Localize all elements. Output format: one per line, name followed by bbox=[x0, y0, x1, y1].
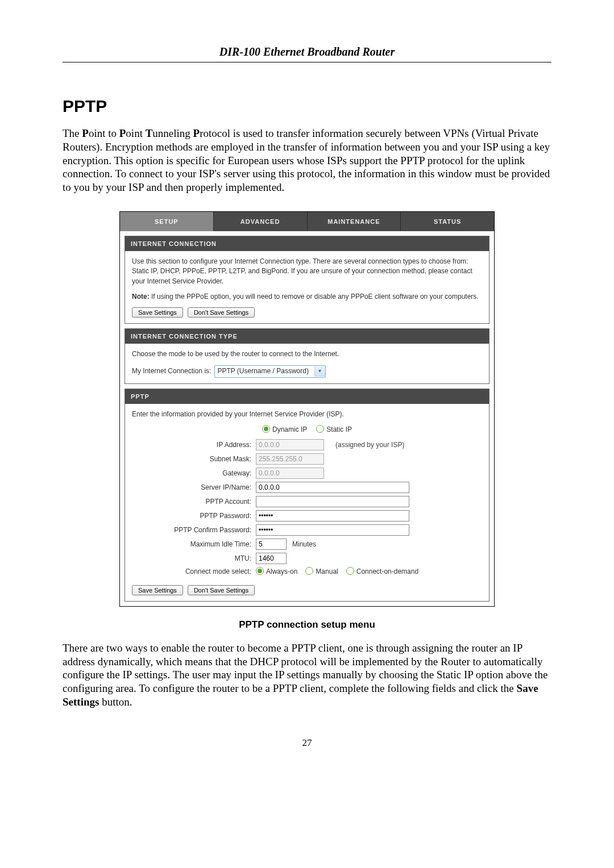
idle-unit: Minutes bbox=[292, 540, 316, 549]
panel-connection-type: INTERNET CONNECTION TYPE Choose the mode… bbox=[125, 328, 489, 383]
label-subnet: Subnet Mask: bbox=[132, 454, 256, 464]
radio-manual[interactable]: Manual bbox=[305, 567, 338, 577]
router-ui-figure: SETUP ADVANCED MAINTENANCE STATUS INTERN… bbox=[119, 211, 495, 607]
radio-icon bbox=[346, 567, 354, 575]
label-password: PPTP Password: bbox=[132, 511, 256, 521]
ip-address-aside: (assigned by your ISP) bbox=[335, 440, 404, 450]
intro-paragraph: The Point to Point Tunneling Protocol is… bbox=[63, 127, 551, 194]
label-confirm: PPTP Confirm Password: bbox=[132, 525, 256, 535]
dont-save-button[interactable]: Don't Save Settings bbox=[188, 585, 255, 595]
panel-head: INTERNET CONNECTION TYPE bbox=[125, 329, 489, 344]
save-button[interactable]: Save Settings bbox=[132, 307, 183, 318]
input-idle[interactable] bbox=[256, 539, 287, 550]
radio-on-demand[interactable]: Connect-on-demand bbox=[346, 567, 418, 577]
panel3-prompt: Enter the information provided by your I… bbox=[132, 410, 482, 419]
label-gateway: Gateway: bbox=[132, 469, 256, 478]
input-gateway[interactable] bbox=[256, 468, 324, 479]
connection-select-label: My Internet Connection is: bbox=[132, 366, 211, 376]
radio-dynamic-ip[interactable]: Dynamic IP bbox=[262, 425, 307, 435]
panel-head: INTERNET CONNECTION bbox=[125, 236, 489, 251]
after-paragraph: There are two ways to enable the router … bbox=[63, 641, 551, 709]
input-ip-address[interactable] bbox=[256, 439, 324, 450]
panel-pptp: PPTP Enter the information provided by y… bbox=[125, 389, 489, 602]
panel1-text1: Use this section to configure your Inter… bbox=[132, 257, 482, 286]
label-mtu: MTU: bbox=[132, 554, 256, 564]
tab-setup[interactable]: SETUP bbox=[120, 212, 214, 231]
input-server[interactable] bbox=[256, 482, 409, 493]
radio-icon bbox=[305, 567, 313, 575]
panel-head: PPTP bbox=[125, 389, 489, 404]
page-title: PPTP bbox=[63, 97, 551, 116]
chevron-down-icon: ▾ bbox=[314, 366, 325, 377]
radio-icon bbox=[262, 425, 270, 433]
panel-internet-connection: INTERNET CONNECTION Use this section to … bbox=[125, 236, 489, 324]
save-button[interactable]: Save Settings bbox=[132, 585, 183, 595]
label-connect-mode: Connect mode select: bbox=[132, 567, 256, 577]
label-account: PPTP Account: bbox=[132, 497, 256, 507]
radio-static-ip[interactable]: Static IP bbox=[316, 425, 352, 435]
tab-status[interactable]: STATUS bbox=[401, 212, 494, 231]
input-confirm[interactable] bbox=[256, 524, 409, 536]
page-number: 27 bbox=[63, 737, 551, 749]
radio-icon bbox=[256, 567, 264, 575]
panel2-prompt: Choose the mode to be used by the router… bbox=[132, 349, 482, 359]
radio-always-on[interactable]: Always-on bbox=[256, 567, 297, 577]
input-subnet[interactable] bbox=[256, 453, 324, 465]
radio-icon bbox=[316, 425, 324, 433]
connection-select[interactable]: PPTP (Username / Password) ▾ bbox=[214, 365, 326, 378]
input-account[interactable] bbox=[256, 496, 409, 507]
label-ip-address: IP Address: bbox=[132, 440, 256, 450]
tab-maintenance[interactable]: MAINTENANCE bbox=[308, 212, 401, 231]
figure-caption: PPTP connection setup menu bbox=[63, 619, 551, 631]
panel1-text2: Note: If using the PPPoE option, you wil… bbox=[132, 292, 482, 302]
dont-save-button[interactable]: Don't Save Settings bbox=[188, 307, 255, 318]
label-server: Server IP/Name: bbox=[132, 483, 256, 493]
input-password[interactable] bbox=[256, 510, 409, 521]
running-header: DIR-100 Ethernet Broadband Router bbox=[63, 45, 551, 62]
tab-bar: SETUP ADVANCED MAINTENANCE STATUS bbox=[120, 212, 494, 231]
connection-select-value: PPTP (Username / Password) bbox=[217, 366, 314, 376]
label-idle: Maximum Idle Time: bbox=[132, 540, 256, 549]
input-mtu[interactable] bbox=[256, 553, 287, 564]
tab-advanced[interactable]: ADVANCED bbox=[214, 212, 308, 231]
